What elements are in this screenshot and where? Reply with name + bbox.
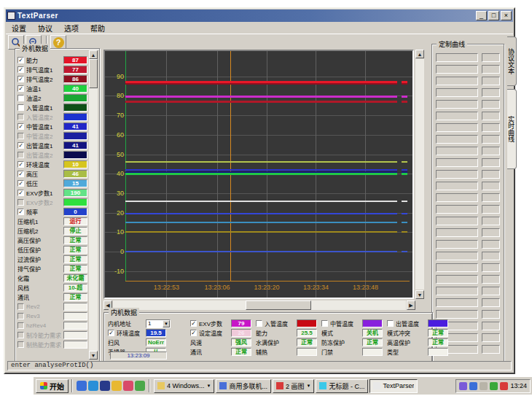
task-button[interactable]: 2 画图▼ (273, 379, 314, 393)
custom-curve-name-box[interactable] (436, 135, 478, 144)
custom-curve-name-box[interactable] (436, 298, 478, 307)
custom-curve-name-box[interactable] (436, 170, 478, 179)
outdoor-scroll-thumb[interactable] (89, 59, 98, 88)
custom-curve-name-box[interactable] (436, 112, 478, 120)
custom-curve-name-box[interactable] (436, 205, 478, 214)
custom-curve-name-box[interactable] (436, 193, 478, 202)
curve-checkbox[interactable] (17, 95, 24, 101)
indoor-address-dropdown[interactable]: 1▼ (146, 319, 171, 328)
curve-checkbox[interactable]: ✓ (17, 123, 24, 130)
custom-curve-value-box[interactable] (482, 158, 500, 167)
curve-checkbox[interactable] (17, 133, 24, 139)
curve-checkbox[interactable]: ✓ (17, 142, 24, 149)
curve-checkbox[interactable]: ✓ (17, 76, 24, 82)
custom-curve-value-box[interactable] (482, 65, 500, 74)
custom-curve-name-box[interactable] (436, 252, 478, 260)
custom-curve-value-box[interactable] (482, 228, 500, 237)
show-hidden-icon[interactable] (480, 382, 488, 390)
custom-curve-name-box[interactable] (436, 147, 478, 155)
chart-hscrollbar[interactable]: ◀ ▶ (103, 300, 415, 311)
custom-curve-name-box[interactable] (436, 158, 478, 167)
custom-curve-name-box[interactable] (436, 88, 478, 97)
custom-curve-name-box[interactable] (436, 182, 478, 190)
curve-checkbox[interactable] (17, 152, 24, 158)
curve-checkbox[interactable]: ✓ (17, 209, 24, 215)
mail-icon[interactable] (112, 381, 122, 391)
download-icon[interactable] (123, 381, 133, 391)
custom-curve-value-box[interactable] (482, 77, 500, 85)
indoor-checkbox[interactable] (321, 320, 328, 327)
close-button[interactable]: × (501, 11, 512, 20)
chart-hscroll-thumb[interactable] (246, 300, 311, 310)
custom-curve-value-box[interactable] (482, 88, 500, 97)
menu-options[interactable]: 选项 (58, 22, 85, 34)
indoor-checkbox[interactable]: ✓ (190, 330, 197, 336)
custom-curve-value-box[interactable] (482, 322, 500, 330)
custom-curve-name-box[interactable] (436, 77, 478, 85)
tab-realtime-curve[interactable]: 实时曲线 (507, 89, 517, 169)
outdoor-scrollbar[interactable] (89, 59, 98, 351)
custom-curve-value-box[interactable] (482, 182, 500, 190)
custom-curve-name-box[interactable] (436, 240, 478, 249)
custom-curve-value-box[interactable] (482, 112, 500, 120)
curve-checkbox[interactable] (17, 114, 24, 120)
task-button[interactable]: 4 Windows...▼ (154, 379, 214, 393)
custom-curve-value-box[interactable] (482, 53, 500, 62)
custom-curve-value-box[interactable] (482, 333, 500, 342)
custom-curve-name-box[interactable] (436, 310, 478, 319)
reserved-checkbox[interactable] (17, 322, 24, 329)
custom-curve-value-box[interactable] (482, 345, 500, 354)
curve-checkbox[interactable]: ✓ (17, 85, 24, 92)
curve-checkbox[interactable]: ✓ (17, 161, 24, 168)
custom-curve-value-box[interactable] (482, 100, 500, 109)
messenger-icon[interactable] (88, 381, 98, 391)
custom-curve-value-box[interactable] (482, 240, 500, 249)
notes-icon[interactable] (135, 381, 145, 391)
menu-settings[interactable]: 设置 (6, 22, 32, 34)
reserved-checkbox[interactable] (17, 332, 24, 338)
curve-checkbox[interactable]: ✓ (17, 180, 24, 187)
restore-button[interactable]: □ (488, 11, 499, 20)
start-button[interactable]: 开始 (36, 379, 69, 393)
curve-checkbox[interactable] (17, 104, 24, 111)
download-manager-icon[interactable] (500, 382, 508, 390)
outdoor-scroll-down-icon[interactable]: ▼ (89, 351, 98, 360)
custom-curve-value-box[interactable] (482, 170, 500, 179)
indoor-checkbox[interactable]: ✓ (108, 330, 114, 336)
custom-curve-value-box[interactable] (482, 217, 500, 225)
outdoor-scroll-up-icon[interactable]: ▲ (89, 50, 98, 59)
indoor-checkbox[interactable] (256, 320, 262, 327)
custom-curve-value-box[interactable] (482, 147, 500, 155)
curve-checkbox[interactable]: ✓ (17, 66, 24, 73)
reserved-checkbox[interactable] (17, 313, 24, 319)
custom-curve-name-box[interactable] (436, 275, 478, 284)
reserved-checkbox[interactable] (17, 341, 24, 348)
custom-curve-value-box[interactable] (482, 123, 500, 132)
chart-scroll-up-icon[interactable]: ▲ (415, 50, 424, 58)
curve-checkbox[interactable]: ✓ (17, 190, 24, 196)
chart-vscrollbar[interactable]: ▲ ▼ (415, 50, 425, 299)
custom-curve-value-box[interactable] (482, 287, 500, 295)
task-button[interactable]: 商用多联机... (216, 379, 271, 393)
ie-icon[interactable] (77, 381, 87, 391)
custom-curve-name-box[interactable] (436, 53, 478, 62)
custom-curve-value-box[interactable] (482, 310, 500, 319)
curve-checkbox[interactable] (17, 199, 24, 206)
chart-scroll-down-icon[interactable]: ▼ (415, 290, 424, 299)
custom-curve-value-box[interactable] (482, 298, 500, 307)
volume-icon[interactable] (469, 382, 477, 390)
custom-curve-name-box[interactable] (436, 287, 478, 295)
custom-curve-name-box[interactable] (436, 228, 478, 237)
chart-scroll-right-icon[interactable]: ▶ (407, 300, 415, 310)
printer-icon[interactable] (459, 382, 467, 390)
custom-curve-value-box[interactable] (482, 252, 500, 260)
custom-curve-name-box[interactable] (436, 100, 478, 109)
menu-protocol[interactable]: 协议 (32, 22, 58, 34)
curve-checkbox[interactable]: ✓ (17, 171, 24, 177)
curve-checkbox[interactable]: ✓ (17, 57, 24, 63)
custom-curve-name-box[interactable] (436, 65, 478, 74)
indoor-checkbox[interactable] (387, 320, 394, 327)
task-button[interactable]: TextParser (369, 379, 418, 393)
antivirus-icon[interactable] (490, 382, 498, 390)
custom-curve-name-box[interactable] (436, 263, 478, 272)
